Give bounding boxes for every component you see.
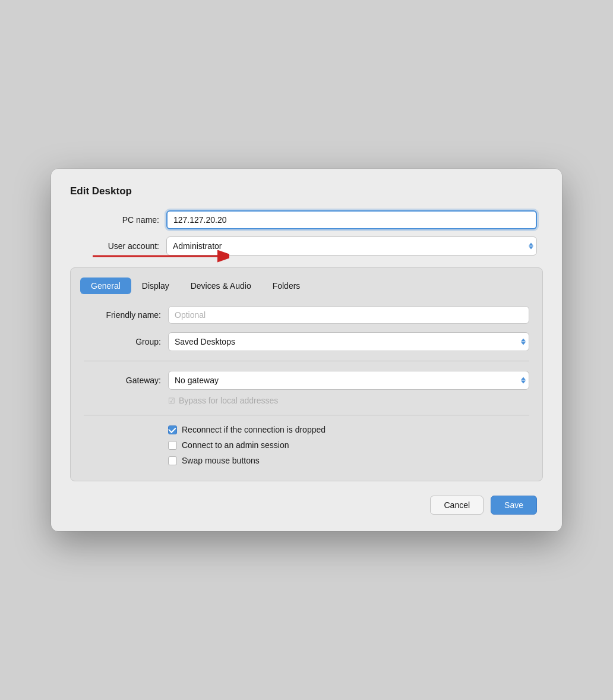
pc-name-input[interactable] bbox=[166, 210, 537, 229]
tab-folders[interactable]: Folders bbox=[262, 278, 311, 294]
reconnect-checkbox[interactable] bbox=[168, 425, 177, 434]
dialog-bottom: Cancel Save bbox=[70, 496, 543, 515]
admin-session-label: Connect to an admin session bbox=[182, 440, 289, 450]
group-label: Group: bbox=[84, 337, 161, 346]
gateway-select[interactable]: No gateway bbox=[168, 371, 529, 390]
dialog-title: Edit Desktop bbox=[70, 185, 543, 197]
friendly-name-label: Friendly name: bbox=[84, 310, 161, 320]
top-fields-section: PC name: User account: Administrator bbox=[70, 210, 543, 256]
tabs-bar: General Display Devices & Audio Folders bbox=[80, 278, 533, 294]
divider-1 bbox=[84, 361, 529, 361]
admin-session-checkbox[interactable] bbox=[168, 441, 177, 450]
group-select-container: Saved Desktops bbox=[168, 332, 529, 351]
group-select[interactable]: Saved Desktops bbox=[168, 332, 529, 351]
friendly-name-input[interactable] bbox=[168, 306, 529, 324]
pc-name-label: PC name: bbox=[76, 215, 159, 225]
gateway-section: Gateway: No gateway ☑ Bypass for l bbox=[84, 371, 529, 405]
bypass-row: ☑ Bypass for local addresses bbox=[84, 396, 529, 405]
reconnect-row[interactable]: Reconnect if the connection is dropped bbox=[168, 425, 529, 434]
tab-general[interactable]: General bbox=[80, 278, 131, 294]
swap-mouse-row[interactable]: Swap mouse buttons bbox=[168, 456, 529, 465]
swap-mouse-checkbox[interactable] bbox=[168, 456, 177, 465]
reconnect-label: Reconnect if the connection is dropped bbox=[182, 425, 326, 434]
gateway-select-container: No gateway bbox=[168, 371, 529, 390]
group-row: Group: Saved Desktops bbox=[84, 332, 529, 351]
user-account-label: User account: bbox=[76, 241, 159, 251]
bypass-label: Bypass for local addresses bbox=[179, 396, 278, 405]
friendly-name-row: Friendly name: bbox=[84, 306, 529, 324]
save-button[interactable]: Save bbox=[491, 496, 537, 515]
gateway-row: Gateway: No gateway bbox=[84, 371, 529, 390]
tabs-section: General Display Devices & Audio Folders … bbox=[70, 267, 543, 481]
swap-mouse-label: Swap mouse buttons bbox=[182, 456, 260, 465]
user-account-select-container: Administrator bbox=[166, 237, 537, 256]
cancel-button[interactable]: Cancel bbox=[430, 496, 484, 515]
pc-name-row: PC name: bbox=[76, 210, 537, 229]
admin-session-row[interactable]: Connect to an admin session bbox=[168, 440, 529, 450]
user-account-row: User account: Administrator bbox=[76, 237, 537, 256]
gateway-label: Gateway: bbox=[84, 376, 161, 385]
checkbox-section: Reconnect if the connection is dropped C… bbox=[84, 425, 529, 465]
tab-devices-audio[interactable]: Devices & Audio bbox=[180, 278, 262, 294]
bypass-check-icon: ☑ bbox=[168, 396, 175, 405]
general-tab-content: Friendly name: Group: Saved Desktops bbox=[80, 306, 533, 465]
user-account-select[interactable]: Administrator bbox=[166, 237, 537, 256]
tab-display[interactable]: Display bbox=[131, 278, 180, 294]
divider-2 bbox=[84, 415, 529, 415]
